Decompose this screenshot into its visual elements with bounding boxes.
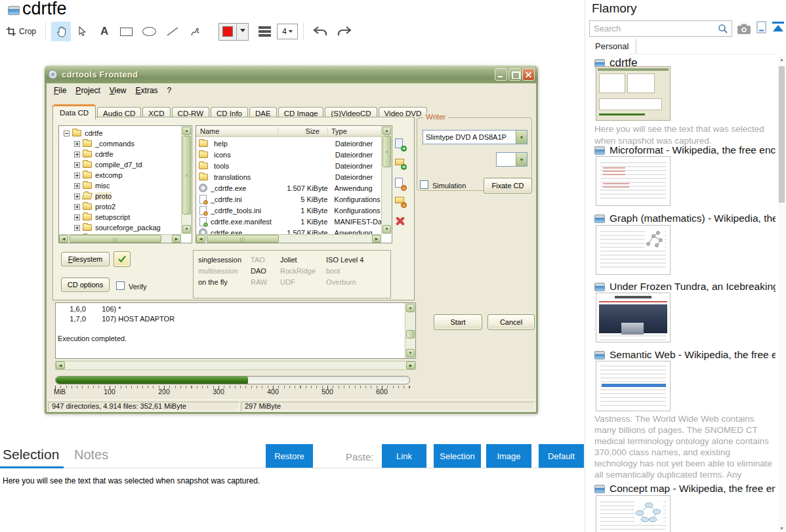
minimize-button[interactable] (495, 68, 507, 81)
chevron-down-icon[interactable]: ▼ (516, 153, 527, 166)
tree-expand-icon[interactable] (74, 204, 80, 210)
cancel-button[interactable]: Cancel (487, 314, 535, 330)
fixate-cd-button[interactable]: Fixate CD (484, 178, 532, 194)
snapshot-item-title[interactable]: Semantic Web - Wikipedia, the free encyc… (594, 349, 776, 361)
file-row[interactable]: icons Dateiordner (197, 149, 381, 160)
tree-item[interactable]: compile_d7_td (60, 159, 181, 170)
color-picker[interactable] (218, 23, 249, 41)
tree-item[interactable]: sourceforge_packag (60, 222, 181, 233)
scroll-left-button[interactable]: ◀ (196, 235, 205, 243)
paste-image-button[interactable]: Image (486, 444, 531, 468)
scroll-up-button[interactable]: ▲ (383, 127, 391, 135)
log-vertical-scrollbar[interactable]: ▲ ▼ (405, 303, 415, 358)
tree-expand-icon[interactable] (74, 152, 80, 157)
menu-help[interactable]: ? (163, 85, 176, 96)
restore-button[interactable]: Restore (266, 444, 313, 468)
tree-item-selected[interactable]: proto (60, 191, 181, 201)
snapshot-item-title[interactable]: Under Frozen Tundra, an Icebreaking Ship… (594, 281, 776, 293)
snapshot-thumbnail[interactable] (596, 156, 671, 206)
scroll-left-button[interactable]: ◀ (59, 235, 68, 243)
scroll-thumb[interactable]: ||| (70, 235, 161, 243)
snapshot-item-title[interactable]: Concept map - Wikipedia, the free encycl… (594, 483, 776, 495)
snapshot-item-title[interactable]: Microformat - Wikipedia, the free encycl… (594, 144, 776, 156)
text-tool-button[interactable]: A (94, 22, 114, 41)
search-input[interactable] (592, 22, 711, 35)
menu-view[interactable]: View (105, 85, 131, 96)
hand-tool-button[interactable] (51, 22, 71, 41)
snapshot-thumbnail[interactable] (596, 225, 671, 275)
add-folder-button[interactable]: + (395, 157, 405, 169)
tree-item[interactable]: extcomp (60, 170, 181, 180)
scroll-thumb[interactable]: ≡ (182, 136, 191, 215)
paste-default-button[interactable]: Default (539, 444, 584, 468)
scroll-down-button[interactable]: ▼ (406, 349, 415, 358)
writer-speed-dropdown[interactable]: ▼ (496, 152, 527, 167)
scroll-left-button[interactable]: ◀ (56, 361, 65, 369)
redo-button[interactable] (333, 22, 356, 41)
tree-expand-icon[interactable] (74, 215, 80, 220)
thickness-button[interactable] (255, 22, 275, 41)
tree-expand-icon[interactable] (74, 173, 80, 178)
tree-item[interactable]: setupscript (60, 212, 181, 222)
chevron-down-icon[interactable]: ▼ (516, 131, 527, 144)
tree-collapse-icon[interactable] (64, 131, 70, 136)
snapshot-thumbnail[interactable] (596, 495, 671, 532)
menu-project[interactable]: Project (71, 85, 104, 96)
file-row[interactable]: tools Dateiordner (197, 160, 381, 171)
line-tool-button[interactable] (162, 22, 183, 41)
scroll-up-button[interactable]: ▲ (182, 127, 191, 135)
snapshot-thumbnail[interactable] (596, 293, 671, 342)
ellipse-tool-button[interactable] (138, 22, 160, 41)
column-name[interactable]: Name (200, 127, 219, 135)
scroll-thumb[interactable] (406, 330, 415, 338)
file-row[interactable]: _cdrtfe.exe 1.507 KiByte Anwendung (197, 182, 381, 194)
snapshot-item-title[interactable]: Graph (mathematics) - Wikipedia, the fre… (594, 213, 776, 224)
tree-horizontal-scrollbar[interactable]: ◀ ||| ▶ (59, 234, 181, 243)
tree-item[interactable]: cdrtfe (60, 149, 181, 159)
remove-file-button[interactable]: - (395, 178, 405, 190)
tree-expand-icon[interactable] (74, 162, 80, 168)
file-row[interactable]: help Dateiordner (197, 138, 381, 149)
writer-device-dropdown[interactable]: Slimtype DVD A DS8A1P ▼ (423, 130, 527, 144)
scroll-down-button[interactable]: ▼ (383, 225, 391, 234)
tree-expand-icon[interactable] (74, 194, 80, 199)
search-icon[interactable] (718, 24, 728, 34)
scroll-right-button[interactable]: ▶ (172, 235, 181, 243)
delete-all-button[interactable] (395, 216, 405, 226)
column-type[interactable]: Type (331, 127, 347, 135)
scroll-thumb[interactable]: ||| (207, 235, 279, 243)
column-size[interactable]: Size (281, 127, 320, 135)
tab-personal[interactable]: Personal (588, 39, 636, 54)
tree-expand-icon[interactable] (74, 141, 80, 147)
verify-checkbox[interactable] (116, 281, 125, 290)
paste-selection-button[interactable]: Selection (434, 444, 481, 468)
start-button[interactable]: Start (434, 314, 482, 330)
close-button[interactable] (522, 68, 535, 81)
undo-button[interactable] (309, 22, 331, 41)
menu-extras[interactable]: Extras (131, 85, 163, 96)
menu-file[interactable]: File (49, 85, 71, 96)
file-row[interactable]: _cdrtfe.ini 5 KiByte Konfigurations (197, 194, 381, 205)
remove-folder-button[interactable]: - (395, 195, 405, 207)
document-icon[interactable] (756, 21, 767, 34)
scroll-thumb[interactable]: ≡ (383, 136, 391, 167)
file-list-horizontal-scrollbar[interactable]: ◀ ||| ▶ (196, 234, 381, 243)
freehand-tool-button[interactable] (185, 22, 205, 41)
snapshot-thumbnail[interactable] (596, 66, 671, 121)
rectangle-tool-button[interactable] (116, 22, 136, 41)
tree-item[interactable]: _commands (60, 138, 181, 149)
filesystem-check-button[interactable] (114, 251, 131, 267)
camera-icon[interactable] (737, 23, 751, 35)
scroll-right-button[interactable]: ▶ (372, 235, 381, 243)
tree-item[interactable]: misc (60, 180, 181, 191)
paste-link-button[interactable]: Link (382, 444, 426, 468)
tree-vertical-scrollbar[interactable]: ▲ ≡ ▼ (181, 126, 192, 234)
scroll-thumb[interactable] (779, 66, 785, 203)
color-dropdown-button[interactable] (236, 24, 248, 40)
file-row[interactable]: _cdrtfe_tools.ini 1 KiByte Konfiguration… (197, 205, 381, 216)
simulation-checkbox[interactable] (420, 180, 428, 189)
maximize-button[interactable] (508, 68, 521, 81)
tree-expand-icon[interactable] (74, 225, 80, 231)
tab-selection[interactable]: Selection (3, 447, 59, 462)
window-titlebar[interactable]: cdrtools Frontend (45, 66, 538, 83)
